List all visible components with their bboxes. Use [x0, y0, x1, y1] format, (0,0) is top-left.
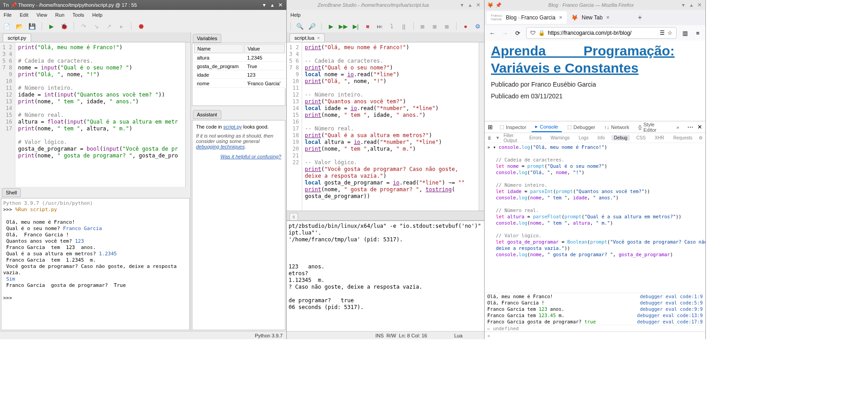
pause-icon[interactable]: ⏭ [376, 22, 383, 30]
settings-icon[interactable]: ⚙ [699, 135, 703, 140]
extensions-icon[interactable]: ▥ [681, 29, 689, 37]
browser-tab-new[interactable]: 🦊New Tab× [567, 11, 635, 24]
debug-icon[interactable]: 🐞 [60, 22, 68, 30]
trash-icon[interactable]: 🗑 [487, 135, 492, 140]
back-icon[interactable]: ← [488, 29, 496, 37]
step-into-icon[interactable]: ↘ [92, 22, 100, 30]
pill-info[interactable]: Info [595, 135, 608, 141]
reload-icon[interactable]: ⟳ [513, 29, 522, 37]
open-file-icon[interactable]: 📂 [15, 22, 23, 30]
tab-close-icon[interactable]: × [317, 35, 320, 41]
post-link[interactable]: Aprenda Programação:Variáveis e Constant… [491, 42, 699, 76]
menu-help[interactable]: Help [90, 11, 104, 18]
menu-view[interactable]: View [35, 11, 49, 18]
console-input-history[interactable]: » ▾ console.log("Olá, meu nome é Franco!… [485, 143, 705, 293]
replace-icon[interactable]: 🔎 [308, 22, 316, 30]
ffox-titlebar[interactable]: 🦊 📌 Blog · Franco Garcia — Mozilla Firef… [485, 0, 705, 10]
pill-errors[interactable]: Errors [527, 135, 544, 141]
close-icon[interactable]: ✕ [696, 2, 703, 8]
stop-icon[interactable]: ■ [364, 22, 372, 30]
assistant-debug-link[interactable]: debugging techniques [196, 144, 245, 149]
tab-close-icon[interactable]: × [606, 14, 609, 21]
output-tab[interactable]: s [289, 213, 298, 220]
assistant-feedback-link[interactable]: Was it helpful or confusing? [220, 154, 281, 159]
step-icon[interactable]: ⤵ [388, 22, 396, 30]
assistant-script-link[interactable]: script.py [224, 124, 242, 129]
assistant-panel-title[interactable]: Assistant [193, 110, 221, 119]
minimize-icon[interactable]: ▾ [459, 2, 465, 8]
shield-icon[interactable]: 🛡 [530, 30, 536, 36]
editor-scrollbar[interactable] [479, 42, 484, 211]
maximize-icon[interactable]: ▴ [467, 2, 473, 8]
pill-debug[interactable]: Debug [611, 135, 630, 141]
editor-tab[interactable]: script.py [3, 33, 31, 42]
step-out-icon[interactable]: ↗ [105, 22, 113, 30]
menu-file[interactable]: File [2, 11, 14, 18]
run-to-icon[interactable]: ▶| [352, 22, 359, 30]
reader-icon[interactable]: ☰ [660, 30, 665, 36]
pin-icon[interactable]: 📌 [11, 2, 17, 8]
step-over-icon[interactable]: ↷ [79, 22, 88, 30]
maximize-icon[interactable]: ▴ [688, 2, 695, 8]
dt-menu-icon[interactable]: ⋯ [686, 123, 694, 131]
run-fast-icon[interactable]: ▶▶ [339, 22, 347, 30]
close-icon[interactable]: ✕ [475, 2, 481, 8]
new-file-icon[interactable]: 📄 [3, 22, 11, 30]
editor-tab[interactable]: script.lua× [289, 33, 325, 42]
menu-tools[interactable]: Tools [71, 11, 86, 18]
maximize-icon[interactable]: ▴ [269, 2, 275, 8]
zbs-output[interactable]: pt/zbstudio/bin/linux/x64/lua" -e "io.st… [287, 221, 484, 331]
dt-tab-network[interactable]: ↑↓ Network [601, 123, 633, 132]
dock-icon[interactable]: ⊞ [486, 123, 494, 131]
browser-tab-blog[interactable]: FrancoGarciaBlog · Franco Garcia× [486, 11, 567, 24]
shell-output[interactable]: Python 3.9.7 (/usr/bin/python) >>> %Run … [1, 198, 190, 330]
filter-input[interactable]: Filter Output [504, 133, 523, 143]
menu-edit[interactable]: Edit [18, 11, 30, 18]
close-icon[interactable]: ✕ [277, 2, 284, 8]
dt-tab-inspector[interactable]: ⬚ Inspector [496, 122, 530, 132]
dt-more-icon[interactable]: » [673, 123, 683, 132]
dt-tab-console[interactable]: ▸ Console [532, 122, 561, 132]
resume-icon[interactable]: ▸ [117, 22, 126, 30]
pill-logs[interactable]: Logs [576, 135, 591, 141]
new-tab-button[interactable]: + [635, 12, 645, 23]
menu-icon[interactable]: ≡ [694, 29, 702, 37]
console-prompt[interactable]: » [485, 332, 705, 339]
stop-icon[interactable]: ⬣ [137, 22, 145, 30]
dt-tab-debugger[interactable]: ⬚ Debugger [564, 122, 599, 132]
editor-scrollbar[interactable] [185, 42, 191, 187]
variables-panel-title[interactable]: Variables [193, 34, 221, 43]
bookmark-icon[interactable]: ≣ [419, 22, 427, 30]
tab-close-icon[interactable]: × [559, 14, 562, 21]
outdent-icon[interactable]: ≣ [443, 22, 451, 30]
pill-requests[interactable]: Requests [671, 135, 695, 141]
minimize-icon[interactable]: ▾ [680, 2, 686, 8]
run-icon[interactable]: ▶ [47, 22, 56, 30]
col-name[interactable]: Name [194, 44, 243, 53]
shell-tab[interactable]: Shell [2, 188, 21, 197]
pin-icon[interactable]: 📌 [495, 2, 502, 8]
forward-icon[interactable]: → [501, 29, 509, 37]
save-file-icon[interactable]: 💾 [28, 22, 36, 30]
zbs-titlebar[interactable]: ZeroBrane Studio - /home/franco/tmp/lua/… [287, 0, 484, 10]
menu-help[interactable]: Help [289, 11, 303, 18]
thonny-titlebar[interactable]: Tn 📌 Thonny - /home/franco/tmp/python/sc… [0, 0, 286, 10]
run-icon[interactable]: ▶ [327, 22, 335, 30]
indent-icon[interactable]: ≣ [431, 22, 439, 30]
python-code-editor[interactable]: print("Olá, meu nome é Franco!") # Cadei… [15, 42, 185, 187]
settings-icon[interactable]: ⚙ [474, 22, 481, 30]
dt-close-icon[interactable]: ✕ [696, 123, 704, 131]
lua-code-editor[interactable]: print("Olá, meu nome é Franco!") -- Cade… [302, 42, 479, 211]
menu-run[interactable]: Run [53, 11, 66, 18]
dt-tab-style[interactable]: {} Style Editor [635, 120, 671, 134]
col-value[interactable]: Value [244, 44, 285, 53]
url-input[interactable]: 🛡 🔒 https://francogarcia.com/pt-br/blog/… [526, 27, 677, 39]
record-icon[interactable]: ● [462, 22, 470, 30]
pill-xhr[interactable]: XHR [652, 135, 667, 141]
find-icon[interactable]: 🔍 [296, 22, 304, 30]
bookmark-icon[interactable]: ☆ [667, 30, 672, 36]
step2-icon[interactable]: || [400, 22, 408, 30]
minimize-icon[interactable]: ▾ [261, 2, 267, 8]
pill-warnings[interactable]: Warnings [548, 135, 572, 141]
pill-css[interactable]: CSS [634, 135, 649, 141]
